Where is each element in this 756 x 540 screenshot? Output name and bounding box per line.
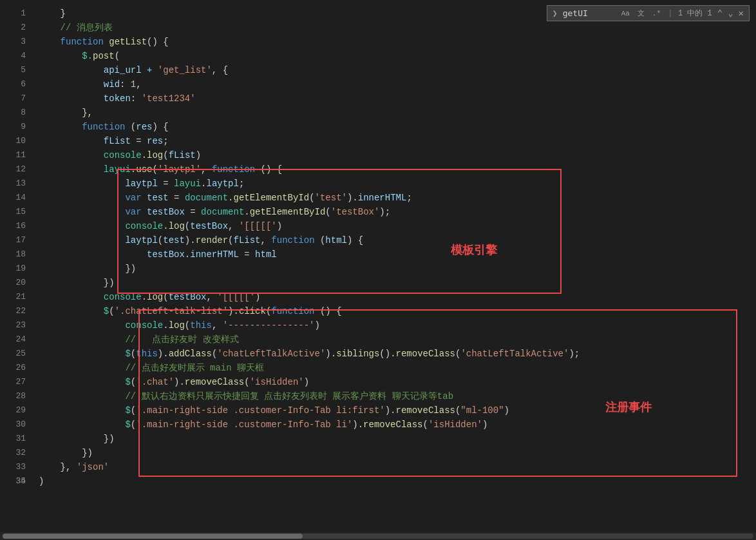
code-token: . — [185, 247, 190, 262]
code-token: ( — [163, 290, 168, 304]
code-token — [39, 162, 104, 177]
search-bar[interactable]: ❯ Aa 文 .* | 1 中的 1 ⌃ ⌄ ✕ — [547, 5, 750, 21]
code-line: 18 testBox.innerHTML = html — [0, 247, 756, 262]
code-token: ) — [504, 403, 509, 418]
code-token: 'isHidden' — [250, 375, 304, 389]
code-token — [142, 191, 147, 205]
code-token: ). — [385, 403, 396, 418]
code-token — [39, 375, 125, 389]
code-line: 32 }) — [0, 446, 756, 460]
code-token: ( — [212, 347, 217, 361]
prev-match-button[interactable]: ⌃ — [717, 8, 723, 19]
code-token: res — [136, 120, 152, 134]
code-token: laytpl — [125, 233, 157, 247]
code-token: 'get_list' — [158, 63, 212, 77]
code-line: 30 $('.main-right-side .customer-Info-Ta… — [0, 418, 756, 432]
code-token: ( — [455, 347, 460, 361]
code-token: $ — [125, 347, 130, 361]
line-number: 3 — [0, 35, 32, 49]
line-number: 1 — [0, 6, 32, 21]
code-token — [39, 418, 125, 432]
code-token: , — [261, 233, 272, 247]
code-token: // 消息列表 — [39, 21, 113, 35]
code-token: token — [104, 92, 131, 106]
code-token: ( — [131, 375, 136, 389]
code-token: testBox — [147, 205, 185, 219]
code-token: document — [185, 191, 228, 205]
code-token: removeClass — [396, 403, 455, 418]
code-token: 'json' — [77, 460, 109, 474]
code-token: ). — [347, 191, 358, 205]
next-match-button[interactable]: ⌄ — [728, 8, 733, 19]
code-token: innerHTML — [190, 247, 239, 262]
code-token: ; — [406, 191, 411, 205]
case-sensitive-button[interactable]: Aa — [619, 9, 632, 18]
code-token: $ — [125, 375, 130, 389]
code-token: 'test1234' — [142, 92, 196, 106]
line-number: 6 — [0, 77, 32, 92]
horizontal-scrollbar[interactable] — [0, 532, 756, 540]
line-number: 24 — [0, 333, 32, 347]
code-token: ). — [325, 347, 336, 361]
line-number: 8 — [0, 106, 32, 120]
code-token — [39, 304, 104, 318]
close-search-button[interactable]: ✕ — [739, 8, 744, 19]
code-area: 1 }2 // 消息列表3 function getList() {4 $.po… — [0, 0, 756, 495]
code-token: . — [244, 205, 249, 219]
code-token: log — [147, 290, 163, 304]
code-token: ) — [196, 148, 201, 162]
code-line: 11 console.log(fList) — [0, 148, 756, 162]
code-token: test — [147, 191, 169, 205]
code-token: // 点击好友时 改变样式 — [125, 333, 238, 347]
code-token: '.chat' — [136, 375, 174, 389]
code-token: log — [147, 148, 163, 162]
code-token — [39, 134, 104, 148]
whole-word-button[interactable]: 文 — [636, 8, 647, 19]
code-line: 4 $.post( — [0, 49, 756, 63]
code-token: console — [104, 148, 142, 162]
code-token: . — [201, 177, 206, 191]
code-token: ). — [228, 304, 239, 318]
regex-button[interactable]: .* — [650, 9, 663, 18]
line-number: 11 — [0, 148, 32, 162]
separator: | — [668, 8, 673, 18]
line-number: 21 — [0, 290, 32, 304]
code-token: ); — [379, 205, 390, 219]
code-token: ( — [309, 191, 314, 205]
code-token: ). — [174, 375, 185, 389]
scrollbar-thumb[interactable] — [3, 534, 303, 539]
code-token: }) — [39, 446, 93, 460]
code-token — [39, 361, 125, 375]
line-number: 25 — [0, 347, 32, 361]
line-number: 18 — [0, 247, 32, 262]
code-line: 5 api_url + 'get_list', { — [0, 63, 756, 77]
code-token: log — [169, 318, 185, 333]
code-token: testBox — [147, 247, 185, 262]
code-line: 24 // 点击好友时 改变样式 — [0, 333, 756, 347]
code-token — [39, 389, 125, 403]
code-line: 8 }, — [0, 106, 756, 120]
code-line: 16 console.log(testBox, '[[[[[') — [0, 219, 756, 233]
code-token: () { — [315, 304, 342, 318]
line-number: 27 — [0, 375, 32, 389]
code-token: ( — [131, 347, 136, 361]
code-token: ) — [39, 474, 44, 488]
code-token: ( — [131, 403, 136, 418]
code-token: ). — [158, 347, 169, 361]
code-line: 12 layui.use('laytpl', function () { — [0, 162, 756, 177]
search-input[interactable] — [563, 8, 614, 18]
code-line: 17 laytpl(test).render(fList, function (… — [0, 233, 756, 247]
code-token: removeClass — [185, 375, 244, 389]
code-token: ; — [239, 177, 244, 191]
line-number: 17 — [0, 233, 32, 247]
code-token: = — [169, 191, 185, 205]
code-token: post — [93, 49, 115, 63]
code-token: siblings — [336, 347, 379, 361]
code-token: testBox — [190, 219, 228, 233]
code-line: 15 var testBox = document.getElementById… — [0, 205, 756, 219]
code-token: testBox — [169, 290, 207, 304]
line-number: 28 — [0, 389, 32, 403]
code-token: ( — [455, 403, 460, 418]
code-token: layui — [104, 162, 131, 177]
line-number: 15 — [0, 205, 32, 219]
